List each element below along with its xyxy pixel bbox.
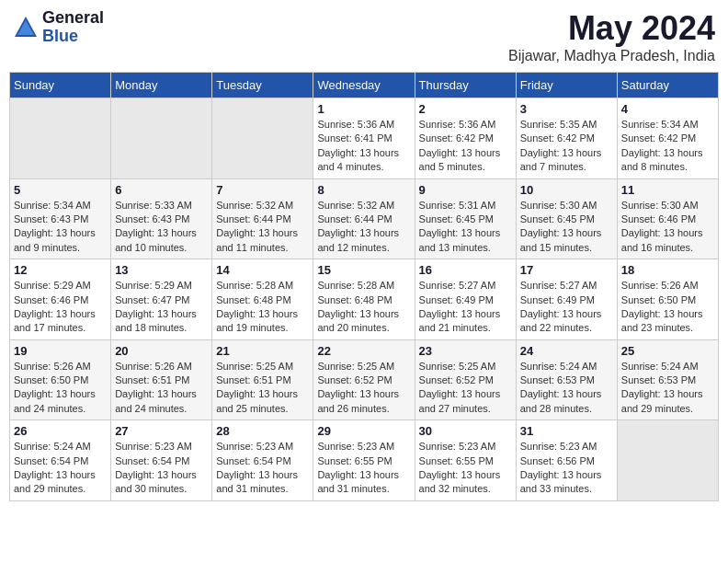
day-detail: Sunrise: 5:23 AMSunset: 6:54 PMDaylight:… — [216, 440, 309, 497]
calendar-week-row: 26Sunrise: 5:24 AMSunset: 6:54 PMDayligh… — [10, 420, 719, 501]
day-number: 4 — [621, 102, 714, 116]
calendar-cell: 18Sunrise: 5:26 AMSunset: 6:50 PMDayligh… — [617, 259, 718, 340]
calendar-cell — [617, 420, 718, 501]
day-number: 12 — [14, 263, 107, 277]
calendar-cell: 15Sunrise: 5:28 AMSunset: 6:48 PMDayligh… — [313, 259, 415, 340]
day-detail: Sunrise: 5:28 AMSunset: 6:48 PMDaylight:… — [216, 279, 309, 336]
calendar-cell: 8Sunrise: 5:32 AMSunset: 6:44 PMDaylight… — [313, 178, 415, 259]
calendar-table: SundayMondayTuesdayWednesdayThursdayFrid… — [9, 72, 719, 501]
weekday-header-row: SundayMondayTuesdayWednesdayThursdayFrid… — [10, 73, 719, 98]
day-detail: Sunrise: 5:33 AMSunset: 6:43 PMDaylight:… — [115, 199, 208, 256]
calendar-cell: 29Sunrise: 5:23 AMSunset: 6:55 PMDayligh… — [313, 420, 415, 501]
calendar-cell: 22Sunrise: 5:25 AMSunset: 6:52 PMDayligh… — [313, 339, 415, 420]
calendar-cell — [212, 98, 313, 179]
day-number: 18 — [621, 263, 714, 277]
weekday-header: Monday — [111, 73, 212, 98]
day-number: 16 — [419, 263, 512, 277]
weekday-header: Sunday — [10, 73, 111, 98]
day-number: 15 — [317, 263, 410, 277]
day-detail: Sunrise: 5:36 AMSunset: 6:42 PMDaylight:… — [419, 118, 512, 175]
day-number: 7 — [216, 183, 309, 197]
calendar-cell: 2Sunrise: 5:36 AMSunset: 6:42 PMDaylight… — [415, 98, 516, 179]
day-number: 28 — [216, 424, 309, 438]
calendar-cell: 30Sunrise: 5:23 AMSunset: 6:55 PMDayligh… — [415, 420, 516, 501]
logo-text: General Blue — [42, 9, 104, 46]
day-detail: Sunrise: 5:24 AMSunset: 6:53 PMDaylight:… — [520, 360, 613, 417]
day-detail: Sunrise: 5:26 AMSunset: 6:51 PMDaylight:… — [115, 360, 208, 417]
day-detail: Sunrise: 5:23 AMSunset: 6:55 PMDaylight:… — [317, 440, 410, 497]
calendar-cell: 28Sunrise: 5:23 AMSunset: 6:54 PMDayligh… — [212, 420, 313, 501]
day-detail: Sunrise: 5:27 AMSunset: 6:49 PMDaylight:… — [419, 279, 512, 336]
calendar-cell: 3Sunrise: 5:35 AMSunset: 6:42 PMDaylight… — [516, 98, 617, 179]
day-number: 6 — [115, 183, 208, 197]
day-number: 31 — [520, 424, 613, 438]
day-number: 5 — [14, 183, 107, 197]
day-number: 21 — [216, 344, 309, 358]
calendar-cell: 14Sunrise: 5:28 AMSunset: 6:48 PMDayligh… — [212, 259, 313, 340]
day-number: 2 — [419, 102, 512, 116]
subtitle: Bijawar, Madhya Pradesh, India — [508, 48, 715, 64]
calendar-cell: 9Sunrise: 5:31 AMSunset: 6:45 PMDaylight… — [415, 178, 516, 259]
weekday-header: Tuesday — [212, 73, 313, 98]
day-detail: Sunrise: 5:30 AMSunset: 6:45 PMDaylight:… — [520, 199, 613, 256]
day-number: 14 — [216, 263, 309, 277]
day-number: 22 — [317, 344, 410, 358]
day-detail: Sunrise: 5:35 AMSunset: 6:42 PMDaylight:… — [520, 118, 613, 175]
calendar-cell: 24Sunrise: 5:24 AMSunset: 6:53 PMDayligh… — [516, 339, 617, 420]
calendar-cell — [111, 98, 212, 179]
day-detail: Sunrise: 5:32 AMSunset: 6:44 PMDaylight:… — [216, 199, 309, 256]
day-detail: Sunrise: 5:24 AMSunset: 6:54 PMDaylight:… — [14, 440, 107, 497]
day-number: 27 — [115, 424, 208, 438]
logo-icon — [13, 15, 39, 40]
day-detail: Sunrise: 5:34 AMSunset: 6:43 PMDaylight:… — [14, 199, 107, 256]
calendar-cell: 31Sunrise: 5:23 AMSunset: 6:56 PMDayligh… — [516, 420, 617, 501]
day-number: 29 — [317, 424, 410, 438]
day-number: 3 — [520, 102, 613, 116]
calendar-cell: 1Sunrise: 5:36 AMSunset: 6:41 PMDaylight… — [313, 98, 415, 179]
day-detail: Sunrise: 5:24 AMSunset: 6:53 PMDaylight:… — [621, 360, 714, 417]
day-detail: Sunrise: 5:26 AMSunset: 6:50 PMDaylight:… — [14, 360, 107, 417]
day-number: 13 — [115, 263, 208, 277]
day-detail: Sunrise: 5:29 AMSunset: 6:46 PMDaylight:… — [14, 279, 107, 336]
day-detail: Sunrise: 5:23 AMSunset: 6:55 PMDaylight:… — [419, 440, 512, 497]
calendar-cell: 12Sunrise: 5:29 AMSunset: 6:46 PMDayligh… — [10, 259, 111, 340]
day-number: 25 — [621, 344, 714, 358]
day-detail: Sunrise: 5:27 AMSunset: 6:49 PMDaylight:… — [520, 279, 613, 336]
weekday-header: Saturday — [617, 73, 718, 98]
calendar-cell: 25Sunrise: 5:24 AMSunset: 6:53 PMDayligh… — [617, 339, 718, 420]
weekday-header: Thursday — [415, 73, 516, 98]
day-detail: Sunrise: 5:25 AMSunset: 6:52 PMDaylight:… — [317, 360, 410, 417]
day-number: 9 — [419, 183, 512, 197]
day-number: 10 — [520, 183, 613, 197]
logo: General Blue — [13, 9, 104, 46]
calendar-cell: 5Sunrise: 5:34 AMSunset: 6:43 PMDaylight… — [10, 178, 111, 259]
calendar-cell: 20Sunrise: 5:26 AMSunset: 6:51 PMDayligh… — [111, 339, 212, 420]
calendar-week-row: 1Sunrise: 5:36 AMSunset: 6:41 PMDaylight… — [10, 98, 719, 179]
day-detail: Sunrise: 5:36 AMSunset: 6:41 PMDaylight:… — [317, 118, 410, 175]
day-number: 1 — [317, 102, 410, 116]
day-detail: Sunrise: 5:26 AMSunset: 6:50 PMDaylight:… — [621, 279, 714, 336]
day-number: 26 — [14, 424, 107, 438]
logo-general: General — [42, 9, 104, 28]
day-detail: Sunrise: 5:25 AMSunset: 6:52 PMDaylight:… — [419, 360, 512, 417]
calendar-week-row: 12Sunrise: 5:29 AMSunset: 6:46 PMDayligh… — [10, 259, 719, 340]
day-detail: Sunrise: 5:23 AMSunset: 6:56 PMDaylight:… — [520, 440, 613, 497]
day-number: 30 — [419, 424, 512, 438]
calendar-cell: 19Sunrise: 5:26 AMSunset: 6:50 PMDayligh… — [10, 339, 111, 420]
calendar-cell: 26Sunrise: 5:24 AMSunset: 6:54 PMDayligh… — [10, 420, 111, 501]
calendar-cell: 13Sunrise: 5:29 AMSunset: 6:47 PMDayligh… — [111, 259, 212, 340]
day-number: 19 — [14, 344, 107, 358]
day-number: 20 — [115, 344, 208, 358]
day-detail: Sunrise: 5:30 AMSunset: 6:46 PMDaylight:… — [621, 199, 714, 256]
main-title: May 2024 — [508, 9, 715, 48]
day-detail: Sunrise: 5:32 AMSunset: 6:44 PMDaylight:… — [317, 199, 410, 256]
calendar-cell: 17Sunrise: 5:27 AMSunset: 6:49 PMDayligh… — [516, 259, 617, 340]
day-number: 11 — [621, 183, 714, 197]
day-detail: Sunrise: 5:23 AMSunset: 6:54 PMDaylight:… — [115, 440, 208, 497]
calendar-cell: 23Sunrise: 5:25 AMSunset: 6:52 PMDayligh… — [415, 339, 516, 420]
calendar-cell: 6Sunrise: 5:33 AMSunset: 6:43 PMDaylight… — [111, 178, 212, 259]
day-detail: Sunrise: 5:28 AMSunset: 6:48 PMDaylight:… — [317, 279, 410, 336]
day-detail: Sunrise: 5:29 AMSunset: 6:47 PMDaylight:… — [115, 279, 208, 336]
title-block: May 2024 Bijawar, Madhya Pradesh, India — [508, 9, 715, 64]
day-number: 8 — [317, 183, 410, 197]
